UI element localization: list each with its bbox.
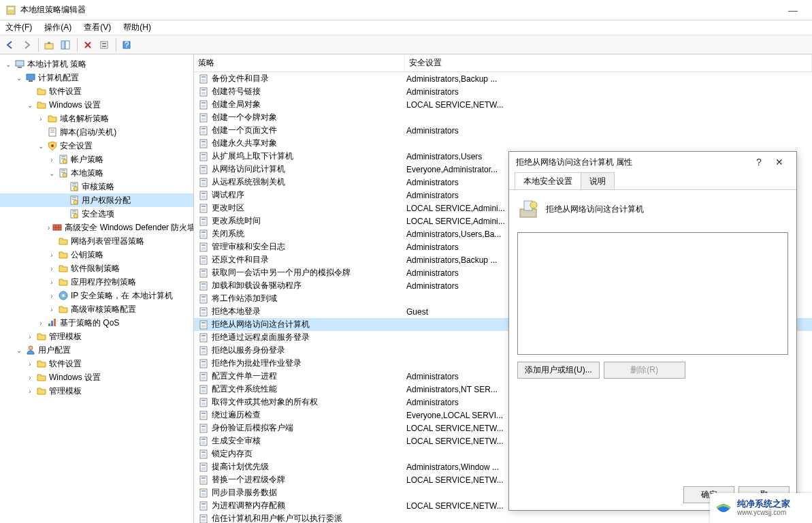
svg-rect-55 <box>201 144 206 146</box>
minimize-button[interactable]: — <box>779 5 807 16</box>
policy-row[interactable]: 创建全局对象LOCAL SERVICE,NETW... <box>194 98 812 111</box>
tree-node[interactable]: ⌄Windows 设置 <box>0 98 193 112</box>
expand-icon[interactable]: ⌄ <box>15 347 23 354</box>
tree-node[interactable]: ›软件限制策略 <box>0 262 193 275</box>
back-button[interactable] <box>3 37 18 52</box>
expand-icon[interactable]: ⌄ <box>37 142 45 150</box>
show-tree-button[interactable] <box>58 37 73 52</box>
tree-label: 软件限制策略 <box>71 263 125 274</box>
expand-icon[interactable]: › <box>48 251 56 259</box>
list-header[interactable]: 策略 安全设置 <box>194 54 812 72</box>
policy-row[interactable]: 创建一个页面文件Administrators <box>194 124 812 137</box>
svg-rect-111 <box>201 387 206 388</box>
menu-action[interactable]: 操作(A) <box>44 22 71 33</box>
tree-node[interactable]: ⌄用户配置 <box>0 343 193 357</box>
properties-button[interactable] <box>97 37 112 52</box>
expand-icon[interactable]: › <box>26 360 34 368</box>
help-button[interactable]: ? <box>119 37 134 52</box>
expand-icon[interactable]: › <box>48 279 56 286</box>
tree-node[interactable]: ›软件设置 <box>0 357 193 370</box>
policy-item-icon <box>198 203 209 214</box>
user-group-listbox[interactable] <box>517 232 788 355</box>
policy-item-icon <box>198 345 209 356</box>
tree-node[interactable]: ›公钥策略 <box>0 248 193 262</box>
expand-icon[interactable]: › <box>48 265 56 272</box>
svg-rect-58 <box>201 157 206 159</box>
tree-node[interactable]: ›应用程序控制策略 <box>0 275 193 289</box>
tree-node[interactable]: 用户权限分配 <box>0 193 193 207</box>
tree-node[interactable]: 审核策略 <box>0 180 193 193</box>
tree-node[interactable]: 脚本(启动/关机) <box>0 125 193 139</box>
tree-node[interactable]: 软件设置 <box>0 84 193 98</box>
tree-node[interactable]: ›管理模板 <box>0 330 193 343</box>
dialog-titlebar[interactable]: 拒绝从网络访问这台计算机 属性 ? ✕ <box>509 152 796 172</box>
delete-button[interactable] <box>80 37 95 52</box>
dialog-close-button[interactable]: ✕ <box>769 157 790 168</box>
expand-icon[interactable]: › <box>26 374 34 381</box>
tree-node[interactable]: 网络列表管理器策略 <box>0 234 193 248</box>
tree-node[interactable]: ⌄本地策略 <box>0 166 193 180</box>
svg-point-23 <box>74 187 78 191</box>
expand-icon[interactable]: › <box>48 292 56 300</box>
tree-node[interactable]: ›Windows 设置 <box>0 370 193 384</box>
tree-label: Windows 设置 <box>49 372 106 383</box>
menu-view[interactable]: 查看(V) <box>84 22 111 33</box>
expand-icon[interactable]: › <box>26 387 34 395</box>
svg-rect-5 <box>101 42 108 48</box>
up-button[interactable] <box>42 37 56 52</box>
expand-icon[interactable]: › <box>37 319 45 327</box>
add-user-button[interactable]: 添加用户或组(U)... <box>517 362 600 379</box>
policy-icon <box>517 198 539 220</box>
tree-node[interactable]: 安全选项 <box>0 207 193 221</box>
svg-rect-60 <box>201 167 206 168</box>
tree-node[interactable]: ›IP 安全策略，在 本地计算机 <box>0 289 193 302</box>
expand-icon[interactable]: › <box>48 306 56 313</box>
policy-name: 生成安全审核 <box>212 435 261 447</box>
script-icon <box>47 127 58 138</box>
tree-label: 高级安全 Windows Defender 防火墙 <box>65 222 194 234</box>
policy-item-icon <box>198 475 209 486</box>
dialog-help-button[interactable]: ? <box>749 157 769 168</box>
svg-rect-124 <box>201 441 206 444</box>
dialog-tabs[interactable]: 本地安全设置 说明 <box>509 172 796 190</box>
tree-node[interactable]: ⌄安全设置 <box>0 139 193 153</box>
expand-icon[interactable]: ⌄ <box>48 170 56 177</box>
folder-icon <box>58 263 69 274</box>
expand-icon[interactable]: › <box>48 224 50 232</box>
menu-file[interactable]: 文件(F) <box>5 22 32 33</box>
tab-description[interactable]: 说明 <box>581 172 615 189</box>
tab-local-security[interactable]: 本地安全设置 <box>515 172 581 189</box>
expand-icon[interactable]: ⌄ <box>15 74 23 82</box>
policy-name: 获取同一会话中另一个用户的模拟令牌 <box>212 267 351 279</box>
tree-node[interactable]: ›高级安全 Windows Defender 防火墙 <box>0 221 193 234</box>
folder-icon <box>36 331 47 342</box>
tree-label: 安全选项 <box>82 208 120 220</box>
policy-icon <box>69 181 80 192</box>
forward-button[interactable] <box>19 37 34 52</box>
svg-rect-78 <box>201 244 206 246</box>
tree-node[interactable]: ›高级审核策略配置 <box>0 302 193 316</box>
svg-rect-48 <box>201 115 206 116</box>
policy-row[interactable]: 创建一个令牌对象 <box>194 111 812 124</box>
policy-name: 配置文件单一进程 <box>212 370 277 382</box>
expand-icon[interactable]: ⌄ <box>4 61 12 68</box>
column-security[interactable]: 安全设置 <box>405 54 812 72</box>
menu-help[interactable]: 帮助(H) <box>123 22 151 33</box>
tree-node[interactable]: ⌄本地计算机 策略 <box>0 57 193 71</box>
tree-panel[interactable]: ⌄本地计算机 策略⌄计算机配置软件设置⌄Windows 设置›域名解析策略脚本(… <box>0 54 194 523</box>
expand-icon[interactable]: › <box>37 115 45 123</box>
expand-icon[interactable]: › <box>48 156 56 163</box>
tree-node[interactable]: ⌄计算机配置 <box>0 71 193 84</box>
column-policy[interactable]: 策略 <box>194 54 405 72</box>
tree-node[interactable]: ›基于策略的 QoS <box>0 316 193 330</box>
policy-row[interactable]: 备份文件和目录Administrators,Backup ... <box>194 72 812 85</box>
policy-name: 管理审核和安全日志 <box>212 241 285 253</box>
policy-row[interactable]: 创建永久共享对象 <box>194 137 812 150</box>
expand-icon[interactable]: ⌄ <box>26 101 34 109</box>
policy-row[interactable]: 创建符号链接Administrators <box>194 85 812 98</box>
tree-node[interactable]: ›帐户策略 <box>0 153 193 166</box>
tree-node[interactable]: ›域名解析策略 <box>0 112 193 125</box>
expand-icon[interactable]: › <box>26 333 34 340</box>
policy-item-icon <box>198 242 209 253</box>
tree-node[interactable]: ›管理模板 <box>0 384 193 398</box>
